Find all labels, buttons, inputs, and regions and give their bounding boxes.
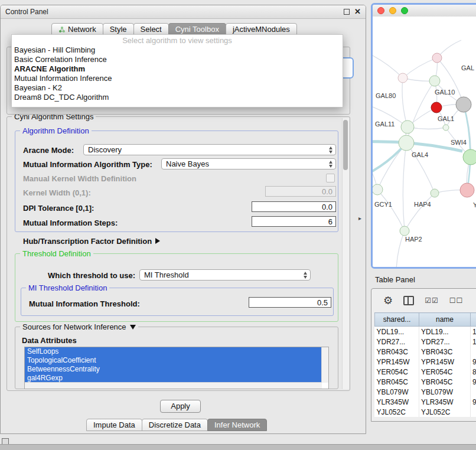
network-node[interactable] <box>400 226 409 236</box>
algorithm-option[interactable]: Mutual Information Inference <box>12 74 343 83</box>
tab-impute-data[interactable]: Impute Data <box>86 419 142 431</box>
unchecked-boxes-icon[interactable]: ☐☐ <box>449 296 464 305</box>
scrollbar-thumb[interactable] <box>343 120 348 170</box>
table-cell: YDR27... <box>375 337 419 347</box>
float-window-icon[interactable] <box>344 9 350 15</box>
mi-type-select[interactable]: Naive Bayes <box>161 158 336 169</box>
columns-icon[interactable] <box>403 296 414 305</box>
tab-discretize-data[interactable]: Discretize Data <box>142 419 208 431</box>
network-edge <box>377 190 405 231</box>
attribute-list-item[interactable]: SelfLoops <box>25 347 322 356</box>
data-attributes-label: Data Attributes <box>22 336 77 345</box>
zoom-traffic-light[interactable] <box>401 7 408 14</box>
panel-resize-arrow-icon[interactable]: ▸ <box>358 215 361 221</box>
table-cell: 9. <box>471 357 476 367</box>
which-threshold-label: Which threshold to use: <box>48 271 135 280</box>
table-row[interactable]: YBR043CYBR043C <box>375 347 476 357</box>
network-node[interactable] <box>431 189 439 197</box>
control-panel-titlebar[interactable]: Control Panel ✕ <box>1 5 366 19</box>
table-row[interactable]: YDL19...YDL19...13 <box>375 327 476 337</box>
list-vscrollbar[interactable] <box>321 347 328 383</box>
table-row[interactable]: YER054CYER054C8. <box>375 367 476 377</box>
table-cell: YDL19... <box>375 327 419 337</box>
network-node[interactable] <box>399 135 414 151</box>
table-row[interactable]: YPR145WYPR145W9. <box>375 357 476 367</box>
minimize-traffic-light[interactable] <box>389 7 396 14</box>
apply-button[interactable]: Apply <box>160 400 201 413</box>
network-node[interactable] <box>456 97 471 112</box>
table-cell <box>471 347 476 357</box>
tab-label: Discretize Data <box>149 419 201 431</box>
table-cell: 12 <box>471 337 476 347</box>
tab-jactivemnodules[interactable]: jActiveMNodules <box>226 23 297 35</box>
table-row[interactable]: YBL079WYBL079W <box>375 387 476 397</box>
algorithm-option[interactable]: Bayesian - K2 <box>12 83 343 93</box>
kernel-width-field[interactable]: 0.0 <box>265 186 336 197</box>
algorithm-option[interactable]: Basic Correlation Inference <box>12 55 343 64</box>
attribute-list-item[interactable]: BetweennessCentrality <box>25 365 322 374</box>
network-node[interactable] <box>429 76 440 86</box>
attribute-list-item[interactable]: gal4RGexp <box>25 374 322 383</box>
tab-label: Style <box>110 24 127 35</box>
table-row[interactable]: YBR045CYBR045C9. <box>375 377 476 387</box>
sources-toggle[interactable]: Sources for Network Inference <box>20 322 138 331</box>
mi-threshold-label: Mutual Information Threshold: <box>29 299 140 308</box>
hub-section-toggle[interactable]: Hub/Transcription Factor Definition <box>23 237 160 246</box>
network-edge <box>373 142 462 151</box>
table-cell: YBR043C <box>375 347 419 357</box>
network-node[interactable] <box>401 120 414 133</box>
table-row[interactable]: YJL052CYJL052C <box>375 407 476 417</box>
column-header[interactable]: shared... <box>375 313 419 327</box>
table-cell: YDR27... <box>419 337 471 347</box>
column-header[interactable] <box>471 313 476 327</box>
network-edge <box>406 143 435 193</box>
algorithm-dropdown: Select algorithm to view settings Bayesi… <box>11 34 343 107</box>
network-edge <box>405 193 435 231</box>
table-cell: YBR043C <box>419 347 471 357</box>
expanded-arrow-icon <box>130 325 136 330</box>
network-node[interactable] <box>398 73 407 83</box>
network-node[interactable] <box>463 149 476 165</box>
which-threshold-select[interactable]: MI Threshold <box>139 269 311 281</box>
table-cell: YPR145W <box>419 357 471 367</box>
network-node[interactable] <box>460 183 474 197</box>
table-row[interactable]: YLR345WYLR345W9. <box>375 397 476 407</box>
table-cell: YJL052C <box>419 407 471 417</box>
tab-infer-network[interactable]: Infer Network <box>207 419 267 431</box>
network-window-titlebar[interactable] <box>373 5 476 17</box>
table-cell: YBR045C <box>375 377 419 387</box>
gear-icon[interactable]: ⚙ <box>383 294 393 307</box>
group-title: Algorithm Definition <box>20 126 92 135</box>
table-cell: 8. <box>471 367 476 377</box>
close-traffic-light[interactable] <box>377 7 384 14</box>
mi-threshold-field[interactable]: 0.5 <box>249 297 331 308</box>
tab-cyni-toolbox[interactable]: Cyni Toolbox <box>168 23 226 35</box>
checked-boxes-icon[interactable]: ☑☑ <box>425 296 439 305</box>
tab-network[interactable]: Network <box>51 23 103 35</box>
network-canvas[interactable]: GAL80GAL10GAL11GAL1SWI4GAL4GCY1HAP4HAP2G… <box>373 17 476 267</box>
network-node[interactable] <box>431 102 442 113</box>
network-node[interactable] <box>373 184 383 195</box>
algorithm-option[interactable]: ARACNE Algorithm <box>12 64 343 74</box>
collapsed-arrow-icon <box>155 238 160 244</box>
dpi-tolerance-field[interactable]: 0.0 <box>252 201 336 212</box>
close-icon[interactable]: ✕ <box>354 9 361 15</box>
bottom-bar <box>0 444 476 450</box>
algorithm-option[interactable]: Dream8 DC_TDC Algorithm <box>12 93 343 102</box>
algorithm-dropdown-list: Bayesian - Hill ClimbingBasic Correlatio… <box>12 45 343 102</box>
tab-select[interactable]: Select <box>133 23 169 35</box>
list-hscrollbar[interactable] <box>25 382 322 389</box>
settings-scrollbar[interactable] <box>342 118 349 389</box>
mi-steps-field[interactable]: 6 <box>252 216 336 227</box>
table-row[interactable]: YDR27...YDR27...12 <box>375 337 476 347</box>
tab-style[interactable]: Style <box>103 23 134 35</box>
manual-kernel-checkbox[interactable] <box>326 174 335 182</box>
column-header[interactable]: name <box>419 313 471 327</box>
attribute-list-item[interactable]: TopologicalCoefficient <box>25 356 322 365</box>
network-node[interactable] <box>443 125 449 131</box>
data-attributes-listbox: SelfLoopsTopologicalCoefficientBetweenne… <box>24 347 329 389</box>
aracne-mode-select[interactable]: Discovery <box>83 144 336 155</box>
algorithm-option[interactable]: Bayesian - Hill Climbing <box>12 45 343 55</box>
network-node[interactable] <box>432 53 442 63</box>
kernel-width-label: Kernel Width (0,1): <box>23 188 91 197</box>
